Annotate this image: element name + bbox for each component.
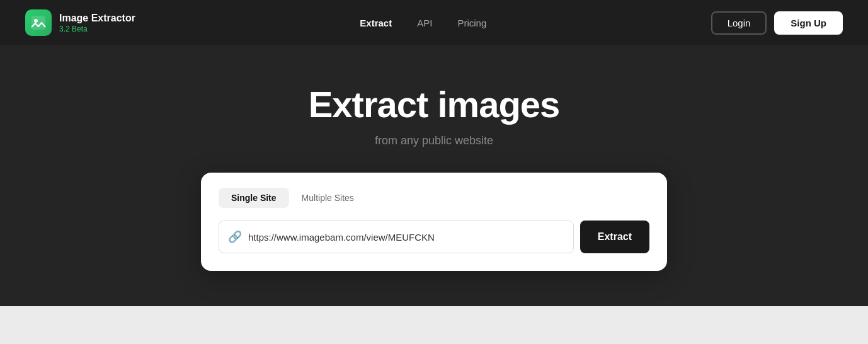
tabs-container: Single Site Multiple Sites [219, 188, 649, 208]
svg-rect-0 [31, 16, 45, 30]
logo-area[interactable]: Image Extractor 3.2 Beta [25, 9, 135, 36]
hero-title: Extract images [309, 83, 560, 125]
navbar: Image Extractor 3.2 Beta Extract API Pri… [0, 0, 868, 45]
search-card: Single Site Multiple Sites 🔗 Extract [201, 173, 667, 271]
logo-title: Image Extractor [59, 12, 135, 24]
nav-extract[interactable]: Extract [360, 18, 392, 28]
tab-single-site[interactable]: Single Site [219, 188, 289, 208]
logo-text: Image Extractor 3.2 Beta [59, 12, 135, 33]
url-input[interactable] [248, 232, 564, 243]
hero-subtitle: from any public website [375, 134, 493, 147]
logo-icon [25, 9, 52, 36]
tab-multiple-sites[interactable]: Multiple Sites [289, 188, 367, 208]
bottom-gray-bar [0, 306, 868, 344]
hero-section: Extract images from any public website S… [0, 45, 868, 306]
signup-button[interactable]: Sign Up [774, 11, 843, 35]
logo-version: 3.2 Beta [59, 25, 135, 33]
svg-point-1 [34, 19, 38, 23]
extract-button[interactable]: Extract [580, 221, 649, 253]
nav-pricing[interactable]: Pricing [457, 18, 486, 28]
login-button[interactable]: Login [711, 11, 767, 35]
nav-actions: Login Sign Up [711, 11, 843, 35]
input-row: 🔗 Extract [219, 221, 649, 253]
url-input-wrapper: 🔗 [219, 221, 574, 253]
nav-api[interactable]: API [417, 18, 432, 28]
link-icon: 🔗 [228, 230, 242, 244]
nav-links: Extract API Pricing [360, 18, 486, 28]
